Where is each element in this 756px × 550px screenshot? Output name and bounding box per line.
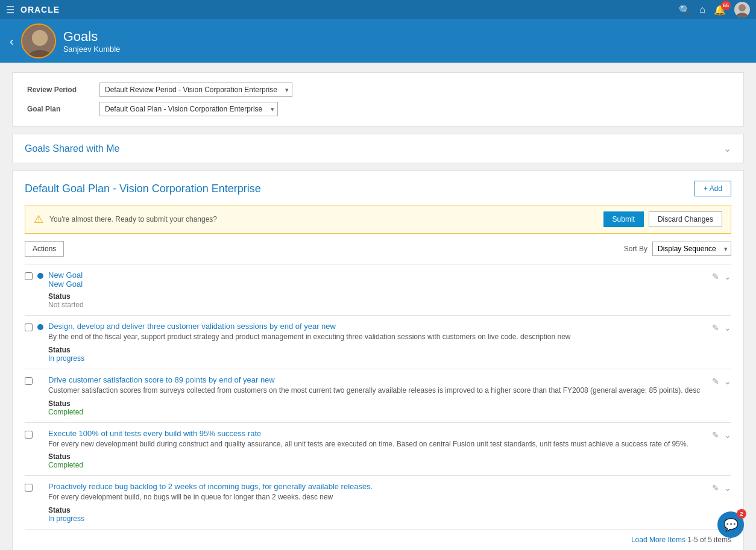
actions-button[interactable]: Actions [25,241,64,257]
goal-title-area: Proactively reduce bug backlog to 2 week… [48,482,707,523]
chat-badge: 2 [737,509,746,519]
edit-icon[interactable]: ✎ [712,323,719,333]
sort-by-select[interactable]: Display Sequence [652,242,731,256]
goal-status-value: Completed [48,408,707,416]
expand-icon[interactable]: ⌄ [724,272,731,281]
user-name: Sanjeev Kumble [63,45,121,54]
edit-icon[interactable]: ✎ [712,483,719,493]
goal-description: By the end of the fiscal year, support p… [48,332,707,342]
page-title: Goals [63,29,121,45]
notification-badge: 65 [721,1,731,10]
goal-status-dot [37,378,43,384]
goal-plan-select[interactable]: Default Goal Plan - Vision Corporation E… [99,102,278,116]
goal-status-label: Status [48,506,707,514]
svg-point-1 [736,13,748,17]
discard-button[interactable]: Discard Changes [649,211,722,227]
expand-icon[interactable]: ⌄ [724,377,731,386]
goal-status-dot [37,484,43,490]
goal-status-value: In progress [48,514,707,523]
goal-status-value: In progress [48,354,707,363]
header-info: Goals Sanjeev Kumble [63,29,121,54]
goal-status-dot [37,431,43,437]
warning-text: You're almost there. Ready to submit you… [49,215,217,223]
menu-icon[interactable]: ☰ [6,4,14,16]
load-more-bar: Load More Items 1-5 of 5 items [25,529,731,546]
goal-title[interactable]: Design, develop and deliver three custom… [48,322,707,331]
goals-list: New Goal New Goal Status Not started ✎ ⌄… [25,264,731,529]
submit-button[interactable]: Submit [603,211,644,227]
goal-title[interactable]: New Goal [48,270,707,280]
goal-checkbox[interactable] [25,484,33,492]
expand-icon[interactable]: ⌄ [724,483,731,493]
goal-title[interactable]: Proactively reduce bug backlog to 2 week… [48,482,707,491]
goal-status-label: Status [48,346,707,354]
goal-status-label: Status [48,292,707,301]
top-navigation: ☰ ORACLE 🔍 ⌂ 🔔 65 [0,0,756,19]
back-button[interactable]: ‹ [10,34,14,48]
load-more-link[interactable]: Load More Items [631,536,685,544]
chevron-down-icon: ⌄ [723,143,731,154]
warning-left: ⚠ You're almost there. Ready to submit y… [34,213,217,226]
goal-item: Execute 100% of unit tests every build w… [25,422,731,476]
review-period-row: Review Period Default Review Period - Vi… [27,83,729,97]
goal-item: Drive customer satisfaction score to 89 … [25,369,731,422]
add-button[interactable]: + Add [695,181,731,196]
goal-status-label: Status [48,452,707,461]
goals-shared-title: Goals Shared with Me [25,143,119,154]
goal-status-value: Completed [48,461,707,469]
goal-item: Design, develop and deliver three custom… [25,315,731,369]
goal-description: For every development build, no bugs wil… [48,492,707,502]
expand-icon[interactable]: ⌄ [724,430,731,440]
notification-icon[interactable]: 🔔 65 [714,4,726,16]
goal-subtitle: New Goal [48,280,707,289]
warning-icon: ⚠ [34,213,43,226]
svg-point-0 [739,4,746,11]
header-bar: ‹ Goals Sanjeev Kumble [0,19,756,63]
edit-icon[interactable]: ✎ [712,430,719,440]
goal-checkbox[interactable] [25,431,33,439]
goal-title-area: Design, develop and deliver three custom… [48,322,707,363]
sort-by-label: Sort By [624,245,647,253]
warning-actions: Submit Discard Changes [603,211,722,227]
goal-plan-row: Goal Plan Default Goal Plan - Vision Cor… [27,102,729,116]
goal-description: Customer satisfaction scores from survey… [48,386,707,396]
actions-bar: Actions Sort By Display Sequence [25,241,731,257]
goal-status-dot [37,273,43,279]
review-period-label: Review Period [27,86,99,94]
goal-item: Proactively reduce bug backlog to 2 week… [25,475,731,529]
expand-icon[interactable]: ⌄ [724,323,731,333]
goal-item: New Goal New Goal Status Not started ✎ ⌄ [25,264,731,315]
user-avatar-small[interactable] [734,2,750,17]
user-avatar [21,23,56,58]
home-icon[interactable]: ⌂ [699,4,705,15]
goal-title-area: New Goal New Goal Status Not started [48,270,707,309]
oracle-logo: ORACLE [20,5,60,14]
goal-description: For every new development build during c… [48,439,707,449]
edit-icon[interactable]: ✎ [712,377,719,386]
goal-title-area: Drive customer satisfaction score to 89 … [48,375,707,416]
goal-checkbox[interactable] [25,323,33,331]
goal-status-label: Status [48,399,707,408]
goal-plan-select-wrapper: Default Goal Plan - Vision Corporation E… [99,102,278,116]
goal-checkbox[interactable] [25,272,33,280]
goal-plan-header: Default Goal Plan - Vision Corporation E… [25,181,731,196]
goal-checkbox[interactable] [25,377,33,385]
goal-title[interactable]: Drive customer satisfaction score to 89 … [48,375,707,384]
main-content: Review Period Default Review Period - Vi… [0,63,756,550]
warning-banner: ⚠ You're almost there. Ready to submit y… [25,205,731,234]
filter-card: Review Period Default Review Period - Vi… [12,72,744,127]
goal-status-dot [37,324,43,330]
sort-bar: Sort By Display Sequence [624,242,731,256]
goal-plan-card: Default Goal Plan - Vision Corporation E… [12,170,744,550]
review-period-select-wrapper: Default Review Period - Vision Corporati… [99,83,292,97]
goal-title-area: Execute 100% of unit tests every build w… [48,429,707,470]
goal-status-value: Not started [48,301,707,309]
edit-icon[interactable]: ✎ [712,272,719,281]
goal-plan-label: Goal Plan [27,105,99,113]
review-period-select[interactable]: Default Review Period - Vision Corporati… [99,83,292,97]
search-icon[interactable]: 🔍 [679,4,691,16]
goals-shared-card[interactable]: Goals Shared with Me ⌄ [12,134,744,163]
chat-widget[interactable]: 💬 2 [717,511,744,538]
item-count: 1-5 of 5 items [687,536,731,544]
goal-title[interactable]: Execute 100% of unit tests every build w… [48,429,707,438]
